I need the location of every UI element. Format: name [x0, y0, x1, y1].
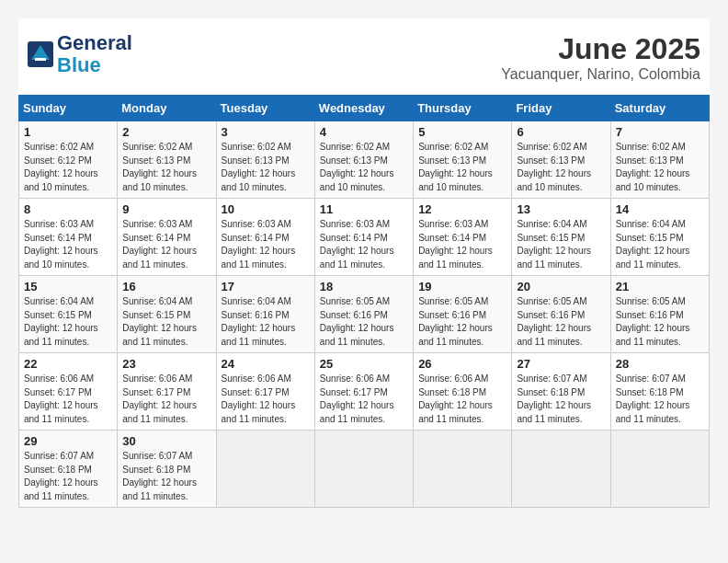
calendar-cell: 16Sunrise: 6:04 AMSunset: 6:15 PMDayligh…: [118, 276, 216, 353]
calendar-cell: [414, 431, 512, 508]
logo: GeneralBlue: [28, 32, 132, 76]
day-number: 27: [517, 357, 605, 371]
calendar-cell: 12Sunrise: 6:03 AMSunset: 6:14 PMDayligh…: [414, 199, 512, 276]
calendar-cell: 9Sunrise: 6:03 AMSunset: 6:14 PMDaylight…: [118, 199, 216, 276]
day-number: 5: [418, 125, 506, 139]
calendar-cell: 19Sunrise: 6:05 AMSunset: 6:16 PMDayligh…: [414, 276, 512, 353]
weekday-header-row: SundayMondayTuesdayWednesdayThursdayFrid…: [19, 96, 710, 121]
cell-content: Sunrise: 6:03 AMSunset: 6:14 PMDaylight:…: [222, 218, 310, 271]
calendar-cell: 30Sunrise: 6:07 AMSunset: 6:18 PMDayligh…: [118, 431, 216, 508]
calendar-cell: 15Sunrise: 6:04 AMSunset: 6:15 PMDayligh…: [19, 276, 118, 353]
calendar-cell: [512, 431, 610, 508]
calendar-cell: 20Sunrise: 6:05 AMSunset: 6:16 PMDayligh…: [512, 276, 610, 353]
calendar-cell: 24Sunrise: 6:06 AMSunset: 6:17 PMDayligh…: [216, 353, 314, 431]
day-number: 26: [418, 357, 506, 371]
cell-content: Sunrise: 6:04 AMSunset: 6:16 PMDaylight:…: [222, 295, 310, 349]
calendar-cell: 23Sunrise: 6:06 AMSunset: 6:17 PMDayligh…: [118, 353, 216, 431]
cell-content: Sunrise: 6:06 AMSunset: 6:17 PMDaylight:…: [320, 373, 408, 426]
cell-content: Sunrise: 6:04 AMSunset: 6:15 PMDaylight:…: [616, 218, 704, 271]
cell-content: Sunrise: 6:03 AMSunset: 6:14 PMDaylight:…: [418, 218, 506, 271]
weekday-header-sunday: Sunday: [19, 96, 118, 121]
cell-content: Sunrise: 6:07 AMSunset: 6:18 PMDaylight:…: [24, 450, 112, 503]
calendar-header: GeneralBlue June 2025 Yacuanquer, Narino…: [18, 18, 710, 87]
cell-content: Sunrise: 6:06 AMSunset: 6:17 PMDaylight:…: [122, 373, 210, 426]
day-number: 22: [24, 357, 112, 371]
cell-content: Sunrise: 6:05 AMSunset: 6:16 PMDaylight:…: [517, 295, 605, 349]
week-row-5: 29Sunrise: 6:07 AMSunset: 6:18 PMDayligh…: [19, 431, 710, 508]
calendar-cell: 22Sunrise: 6:06 AMSunset: 6:17 PMDayligh…: [19, 353, 118, 431]
calendar-cell: 21Sunrise: 6:05 AMSunset: 6:16 PMDayligh…: [610, 276, 709, 353]
day-number: 8: [24, 202, 112, 216]
calendar-container: GeneralBlue June 2025 Yacuanquer, Narino…: [18, 18, 710, 508]
weekday-header-thursday: Thursday: [414, 96, 512, 121]
day-number: 28: [616, 357, 704, 371]
calendar-cell: 4Sunrise: 6:02 AMSunset: 6:13 PMDaylight…: [314, 121, 413, 199]
cell-content: Sunrise: 6:07 AMSunset: 6:18 PMDaylight:…: [517, 373, 605, 426]
day-number: 12: [418, 202, 506, 216]
calendar-cell: 6Sunrise: 6:02 AMSunset: 6:13 PMDaylight…: [512, 121, 610, 199]
day-number: 16: [122, 280, 210, 293]
cell-content: Sunrise: 6:06 AMSunset: 6:17 PMDaylight:…: [24, 373, 112, 426]
calendar-cell: 14Sunrise: 6:04 AMSunset: 6:15 PMDayligh…: [610, 199, 709, 276]
week-row-4: 22Sunrise: 6:06 AMSunset: 6:17 PMDayligh…: [19, 353, 710, 431]
calendar-cell: [610, 431, 709, 508]
day-number: 13: [517, 202, 605, 216]
calendar-table: SundayMondayTuesdayWednesdayThursdayFrid…: [18, 95, 710, 508]
calendar-cell: [314, 431, 413, 508]
cell-content: Sunrise: 6:03 AMSunset: 6:14 PMDaylight:…: [122, 218, 210, 271]
cell-content: Sunrise: 6:06 AMSunset: 6:18 PMDaylight:…: [418, 373, 506, 426]
cell-content: Sunrise: 6:03 AMSunset: 6:14 PMDaylight:…: [24, 218, 112, 271]
day-number: 21: [616, 280, 704, 293]
cell-content: Sunrise: 6:07 AMSunset: 6:18 PMDaylight:…: [122, 450, 210, 503]
weekday-header-wednesday: Wednesday: [314, 96, 413, 121]
cell-content: Sunrise: 6:02 AMSunset: 6:13 PMDaylight:…: [517, 141, 605, 194]
day-number: 3: [222, 125, 310, 139]
cell-content: Sunrise: 6:02 AMSunset: 6:13 PMDaylight:…: [222, 141, 310, 194]
calendar-cell: 28Sunrise: 6:07 AMSunset: 6:18 PMDayligh…: [610, 353, 709, 431]
cell-content: Sunrise: 6:02 AMSunset: 6:13 PMDaylight:…: [616, 141, 704, 194]
calendar-cell: 26Sunrise: 6:06 AMSunset: 6:18 PMDayligh…: [414, 353, 512, 431]
cell-content: Sunrise: 6:02 AMSunset: 6:13 PMDaylight:…: [418, 141, 506, 194]
calendar-cell: 1Sunrise: 6:02 AMSunset: 6:12 PMDaylight…: [19, 121, 118, 199]
day-number: 17: [222, 280, 310, 293]
calendar-cell: 5Sunrise: 6:02 AMSunset: 6:13 PMDaylight…: [414, 121, 512, 199]
day-number: 29: [24, 434, 112, 448]
cell-content: Sunrise: 6:05 AMSunset: 6:16 PMDaylight:…: [418, 295, 506, 349]
cell-content: Sunrise: 6:07 AMSunset: 6:18 PMDaylight:…: [616, 373, 704, 426]
cell-content: Sunrise: 6:02 AMSunset: 6:13 PMDaylight:…: [320, 141, 408, 194]
title-block: June 2025 Yacuanquer, Narino, Colombia: [501, 32, 700, 83]
cell-content: Sunrise: 6:02 AMSunset: 6:12 PMDaylight:…: [24, 141, 112, 194]
calendar-cell: 8Sunrise: 6:03 AMSunset: 6:14 PMDaylight…: [19, 199, 118, 276]
calendar-cell: 10Sunrise: 6:03 AMSunset: 6:14 PMDayligh…: [216, 199, 314, 276]
cell-content: Sunrise: 6:05 AMSunset: 6:16 PMDaylight:…: [616, 295, 704, 349]
week-row-1: 1Sunrise: 6:02 AMSunset: 6:12 PMDaylight…: [19, 121, 710, 199]
day-number: 23: [122, 357, 210, 371]
day-number: 15: [24, 280, 112, 293]
logo-icon: [28, 41, 53, 67]
day-number: 18: [320, 280, 408, 293]
day-number: 9: [122, 202, 210, 216]
calendar-cell: 11Sunrise: 6:03 AMSunset: 6:14 PMDayligh…: [314, 199, 413, 276]
weekday-header-saturday: Saturday: [610, 96, 709, 121]
week-row-2: 8Sunrise: 6:03 AMSunset: 6:14 PMDaylight…: [19, 199, 710, 276]
calendar-cell: 17Sunrise: 6:04 AMSunset: 6:16 PMDayligh…: [216, 276, 314, 353]
day-number: 4: [320, 125, 408, 139]
location-subtitle: Yacuanquer, Narino, Colombia: [501, 66, 700, 83]
weekday-header-tuesday: Tuesday: [216, 96, 314, 121]
cell-content: Sunrise: 6:04 AMSunset: 6:15 PMDaylight:…: [122, 295, 210, 349]
day-number: 11: [320, 202, 408, 216]
calendar-cell: 25Sunrise: 6:06 AMSunset: 6:17 PMDayligh…: [314, 353, 413, 431]
cell-content: Sunrise: 6:04 AMSunset: 6:15 PMDaylight:…: [517, 218, 605, 271]
day-number: 24: [222, 357, 310, 371]
calendar-cell: 7Sunrise: 6:02 AMSunset: 6:13 PMDaylight…: [610, 121, 709, 199]
day-number: 10: [222, 202, 310, 216]
weekday-header-friday: Friday: [512, 96, 610, 121]
day-number: 7: [616, 125, 704, 139]
calendar-cell: 18Sunrise: 6:05 AMSunset: 6:16 PMDayligh…: [314, 276, 413, 353]
day-number: 19: [418, 280, 506, 293]
calendar-cell: 3Sunrise: 6:02 AMSunset: 6:13 PMDaylight…: [216, 121, 314, 199]
calendar-cell: 29Sunrise: 6:07 AMSunset: 6:18 PMDayligh…: [19, 431, 118, 508]
day-number: 14: [616, 202, 704, 216]
logo-text: GeneralBlue: [57, 32, 132, 76]
svg-rect-2: [35, 58, 46, 61]
